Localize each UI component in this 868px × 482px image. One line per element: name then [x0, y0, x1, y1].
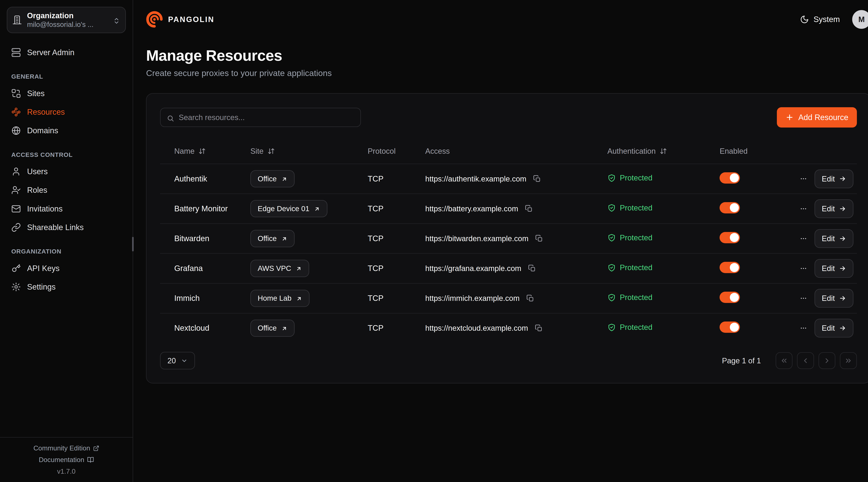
site-link-button[interactable]: Office — [250, 170, 294, 187]
shield-check-icon — [608, 203, 616, 212]
org-selector[interactable]: Organization milo@fossorial.io's ... — [7, 7, 126, 33]
auth-status-badge: Protected — [608, 293, 652, 302]
edit-label: Edit — [822, 294, 835, 302]
topbar: PANGOLIN System M — [133, 0, 868, 39]
table-row: Battery Monitor Edge Device 01 TCP https… — [160, 193, 857, 223]
theme-toggle-button[interactable]: System — [800, 15, 840, 24]
arrow-up-right-icon — [296, 265, 302, 271]
arrow-right-icon — [839, 295, 846, 302]
copy-icon[interactable] — [532, 174, 542, 184]
sort-icon — [660, 148, 667, 155]
enabled-toggle[interactable] — [720, 232, 740, 243]
community-edition-link[interactable]: Community Edition — [33, 444, 99, 452]
sidebar: Organization milo@fossorial.io's ... Ser… — [0, 0, 133, 482]
page-size-select[interactable]: 20 — [160, 352, 195, 369]
protocol-value: TCP — [368, 264, 425, 273]
sidebar-item-settings[interactable]: Settings — [7, 278, 126, 296]
edit-button[interactable]: Edit — [814, 319, 854, 338]
section-label-general: GENERAL — [11, 73, 121, 80]
sidebar-item-domains[interactable]: Domains — [7, 121, 126, 140]
edit-button[interactable]: Edit — [814, 199, 854, 218]
sidebar-item-server-admin[interactable]: Server Admin — [7, 43, 126, 62]
sidebar-item-label: Roles — [27, 186, 47, 194]
protocol-value: TCP — [368, 234, 425, 243]
key-icon — [11, 263, 21, 273]
auth-status-label: Protected — [620, 173, 652, 182]
column-header-enabled: Enabled — [720, 147, 799, 156]
more-actions-button[interactable] — [799, 294, 808, 303]
next-page-button[interactable] — [818, 352, 835, 369]
edit-button[interactable]: Edit — [814, 229, 854, 248]
copy-icon[interactable] — [525, 293, 535, 303]
site-link-button[interactable]: Office — [250, 320, 294, 337]
user-icon — [11, 167, 21, 176]
waypoints-icon — [11, 107, 21, 117]
table-row: Nextcloud Office TCP https://nextcloud.e… — [160, 313, 857, 343]
site-link-button[interactable]: Office — [250, 230, 294, 247]
sidebar-item-api-keys[interactable]: API Keys — [7, 259, 126, 278]
first-page-button[interactable] — [776, 352, 793, 369]
enabled-toggle[interactable] — [720, 292, 740, 303]
more-actions-button[interactable] — [799, 323, 808, 333]
site-name: Office — [258, 175, 277, 183]
add-resource-button[interactable]: Add Resource — [777, 107, 857, 128]
site-link-button[interactable]: AWS VPC — [250, 260, 309, 277]
edit-button[interactable]: Edit — [814, 169, 854, 188]
pager: Page 1 of 1 — [722, 352, 857, 369]
prev-page-button[interactable] — [797, 352, 814, 369]
site-link-button[interactable]: Home Lab — [250, 290, 309, 307]
sidebar-item-label: Invitations — [27, 205, 63, 213]
resource-name: Bitwarden — [174, 234, 250, 243]
pager-buttons — [776, 352, 857, 369]
sidebar-item-shareable-links[interactable]: Shareable Links — [7, 218, 126, 237]
column-header-site[interactable]: Site — [250, 147, 368, 156]
auth-status-label: Protected — [620, 263, 652, 272]
app-root: Organization milo@fossorial.io's ... Ser… — [0, 0, 868, 482]
copy-icon[interactable] — [534, 323, 544, 333]
gear-icon — [11, 282, 21, 292]
sidebar-item-users[interactable]: Users — [7, 162, 126, 181]
sidebar-item-invitations[interactable]: Invitations — [7, 199, 126, 218]
shield-check-icon — [608, 233, 616, 242]
avatar-initial: M — [859, 15, 865, 24]
enabled-toggle[interactable] — [720, 172, 740, 184]
site-name: Home Lab — [258, 294, 291, 302]
chevrons-right-icon — [844, 357, 852, 364]
arrow-up-right-icon — [296, 295, 302, 301]
arrow-right-icon — [839, 175, 846, 182]
site-link-button[interactable]: Edge Device 01 — [250, 200, 328, 217]
documentation-link[interactable]: Documentation — [39, 456, 94, 463]
auth-status-label: Protected — [620, 233, 652, 242]
sidebar-item-sites[interactable]: Sites — [7, 84, 126, 103]
copy-icon[interactable] — [534, 233, 544, 244]
chevrons-left-icon — [780, 357, 788, 364]
chevron-left-icon — [802, 357, 809, 364]
shield-check-icon — [608, 263, 616, 272]
more-actions-button[interactable] — [799, 174, 808, 184]
edit-button[interactable]: Edit — [814, 259, 854, 278]
last-page-button[interactable] — [840, 352, 857, 369]
copy-icon[interactable] — [527, 263, 537, 274]
enabled-toggle[interactable] — [720, 322, 740, 333]
copy-icon[interactable] — [524, 203, 534, 214]
sidebar-item-label: Domains — [27, 127, 58, 134]
edit-button[interactable]: Edit — [814, 289, 854, 308]
shield-check-icon — [608, 323, 616, 331]
search-input[interactable] — [179, 113, 354, 122]
sort-icon — [198, 148, 206, 155]
sidebar-item-resources[interactable]: Resources — [7, 103, 126, 121]
sidebar-item-roles[interactable]: Roles — [7, 181, 126, 199]
enabled-toggle[interactable] — [720, 262, 740, 273]
more-actions-button[interactable] — [799, 234, 808, 243]
column-header-name[interactable]: Name — [174, 147, 250, 156]
more-actions-button[interactable] — [799, 263, 808, 273]
add-resource-label: Add Resource — [798, 113, 848, 122]
sidebar-item-label: Resources — [27, 108, 65, 116]
arrow-up-right-icon — [314, 205, 320, 212]
avatar[interactable]: M — [852, 10, 868, 29]
more-actions-button[interactable] — [799, 204, 808, 214]
card-toolbar: Add Resource — [160, 107, 857, 128]
auth-status-badge: Protected — [608, 173, 652, 182]
enabled-toggle[interactable] — [720, 202, 740, 214]
column-header-authentication[interactable]: Authentication — [608, 147, 720, 156]
